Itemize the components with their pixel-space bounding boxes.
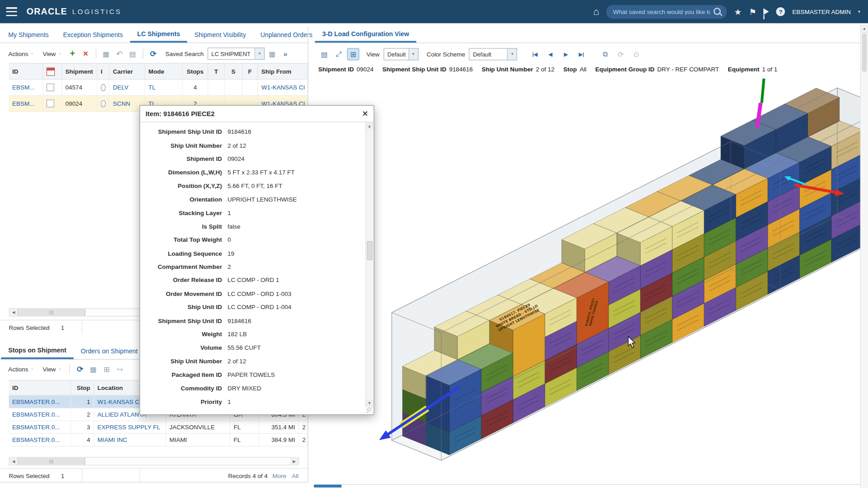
view-combo[interactable]: Default ▾ [383, 48, 418, 61]
last-icon[interactable]: ▶| [576, 48, 588, 61]
select-column-icon[interactable] [47, 67, 55, 75]
saved-search-combo[interactable]: LC SHIPMENT ▾ [208, 47, 264, 60]
prev-icon[interactable]: ◀ [544, 48, 557, 61]
tab-exception-shipments[interactable]: Exception Shipments [56, 27, 130, 43]
row-radio[interactable] [101, 84, 106, 91]
view-dropdown-icon[interactable]: ▾ [409, 48, 418, 61]
view-value[interactable]: Default [383, 48, 409, 61]
flag-icon[interactable]: ⚑ [749, 8, 756, 16]
cell-link[interactable]: EBSMASTER.0... [12, 399, 60, 405]
cell-link[interactable]: EBSM... [12, 84, 34, 91]
info-pair: Ship Unit Number2 of 12 [481, 66, 554, 73]
row-radio[interactable] [101, 100, 106, 107]
copy-icon[interactable]: ⧉ [599, 48, 611, 61]
help-icon[interactable]: ? [776, 7, 785, 16]
refresh-icon[interactable]: ⟳ [147, 47, 159, 60]
grid-edit-icon[interactable]: ⊞ [101, 363, 113, 375]
dialog-vscrollbar[interactable]: ▲ ▼ [365, 122, 373, 407]
stop-row[interactable]: EBSMASTER.0...4MIAMI INCMIAMIFL384.9 MI2 [9, 434, 308, 446]
color-scheme-value[interactable]: Default [469, 48, 508, 61]
all-link[interactable]: All [292, 472, 298, 479]
table-icon[interactable]: ▦ [266, 47, 278, 60]
scroll-thumb[interactable] [862, 33, 867, 72]
actions-menu[interactable]: Actions▾ [5, 50, 37, 57]
tab-orders-on-shipment[interactable]: Orders on Shipment [74, 343, 145, 359]
cell-link[interactable]: ALLIED ATLANTA [98, 411, 146, 418]
home-icon[interactable]: ⌂ [593, 7, 599, 17]
plus-icon[interactable]: + [66, 47, 79, 60]
resize-grip[interactable] [367, 407, 373, 413]
scroll-up-icon[interactable]: ▲ [366, 122, 373, 130]
next-icon[interactable]: ▶ [560, 48, 572, 61]
scroll-down-icon[interactable]: ▼ [366, 399, 373, 407]
cell-link[interactable]: EXPRESS SUPPLY FL [98, 424, 160, 431]
cell-link[interactable]: MIAMI INC [98, 436, 127, 443]
first-icon[interactable]: |◀ [529, 48, 541, 61]
cell-link[interactable]: EBSMASTER.0... [12, 411, 60, 418]
scroll-thumb[interactable]: ||| [18, 458, 85, 465]
load-3d-canvas[interactable]: 9184616. PIECE2PAPER TOWELS9184617. PIEC… [314, 77, 860, 484]
page-vscrollbar[interactable]: ▲ [860, 24, 868, 488]
scroll-right-icon[interactable]: ▶ [290, 458, 298, 465]
cell-link[interactable]: SCNN [113, 100, 130, 107]
grid-icon[interactable]: ▦ [87, 363, 99, 375]
grid-icon[interactable]: ▦ [100, 47, 112, 60]
export-icon[interactable]: ▤ [318, 48, 330, 61]
dialog-titlebar[interactable]: Item: 9184616 PIECE2 ✕ [140, 106, 374, 122]
tab-stops-on-shipment[interactable]: Stops on Shipment [1, 343, 73, 359]
stops-hscrollbar[interactable]: ◀ ||| ▶ [9, 457, 299, 465]
refresh-icon[interactable]: ⟳ [74, 363, 86, 375]
stops-actions-menu[interactable]: Actions▾ [5, 366, 37, 372]
undo-icon[interactable]: ↶ [113, 47, 126, 60]
user-menu[interactable]: EBSMASTER ADMIN [793, 8, 851, 15]
collapsed-panel-tab[interactable] [314, 485, 341, 488]
saved-search-dropdown-icon[interactable]: ▾ [255, 47, 264, 60]
rotate-icon[interactable]: ⟳ [615, 48, 627, 61]
search-icon[interactable] [714, 8, 721, 15]
close-icon[interactable]: ✕ [80, 47, 92, 60]
favorites-star-icon[interactable]: ★ [734, 8, 741, 16]
row-checkbox[interactable] [47, 84, 54, 91]
tab-my-shipments[interactable]: My Shipments [1, 27, 56, 43]
sync-icon[interactable]: ⊙ [630, 48, 642, 61]
row-checkbox[interactable] [47, 99, 54, 107]
fullscreen-icon[interactable]: ⤢ [333, 48, 345, 61]
more-link[interactable]: More [272, 472, 286, 479]
cell-link[interactable]: EBSMASTER.0... [12, 424, 60, 431]
stop-row[interactable]: EBSMASTER.0...3EXPRESS SUPPLY FLJACKSONV… [9, 421, 308, 434]
close-icon[interactable]: ✕ [362, 109, 368, 117]
app-root: ORACLE LOGISTICS ⌂ ★ ⚑ ? EBSMASTER ADMIN… [0, 0, 868, 488]
menu-icon[interactable] [6, 7, 17, 16]
pennant-icon[interactable] [764, 8, 769, 15]
stops-view-menu[interactable]: View▾ [39, 366, 65, 372]
cell-link[interactable]: EBSMASTER.0... [12, 436, 60, 443]
forward-icon[interactable]: ↪ [114, 363, 126, 375]
column-header-ship-from: Ship From [258, 64, 308, 79]
toggle-3d-icon[interactable]: ⊞ [347, 48, 359, 61]
user-menu-caret-icon[interactable]: ▾ [858, 9, 860, 14]
scroll-thumb[interactable]: ||| [18, 309, 85, 316]
shipment-row[interactable]: EBSM...04574DELVTL4W1-KANSAS CI [9, 80, 308, 96]
scroll-thumb[interactable] [367, 241, 372, 260]
cell-link[interactable]: TL [148, 84, 156, 91]
tab-lc-shipments[interactable]: LC Shipments [130, 27, 188, 43]
color-scheme-dropdown-icon[interactable]: ▾ [508, 48, 517, 61]
view-menu[interactable]: View▾ [39, 50, 65, 57]
toolbar-overflow[interactable]: » [283, 50, 288, 58]
color-scheme-combo[interactable]: Default ▾ [469, 48, 518, 61]
cell-link[interactable]: W1-KANSAS CI [261, 84, 305, 91]
scroll-up-icon[interactable]: ▲ [861, 24, 868, 33]
field-value: 2 [227, 263, 231, 270]
tab-shipment-visibility[interactable]: Shipment Visibility [187, 27, 253, 43]
save-icon[interactable]: ▤ [127, 47, 139, 60]
search-input[interactable] [606, 5, 727, 19]
saved-search-value[interactable]: LC SHIPMENT [208, 47, 255, 60]
tab-unplanned-orders[interactable]: Unplanned Orders [253, 27, 320, 43]
cell-link[interactable]: DELV [113, 84, 128, 91]
dialog-field-row: Position (X,Y,Z)5.66 FT, 0 FT, 16 FT [140, 179, 365, 192]
tab-3d-load-configuration-view[interactable]: 3-D Load Configuration View [315, 27, 416, 43]
info-pair: Equipment Group IDDRY - REF COMPART [595, 66, 719, 73]
scroll-left-icon[interactable]: ◀ [9, 458, 18, 465]
scroll-left-icon[interactable]: ◀ [9, 309, 18, 316]
cell-link[interactable]: EBSM... [12, 100, 34, 107]
